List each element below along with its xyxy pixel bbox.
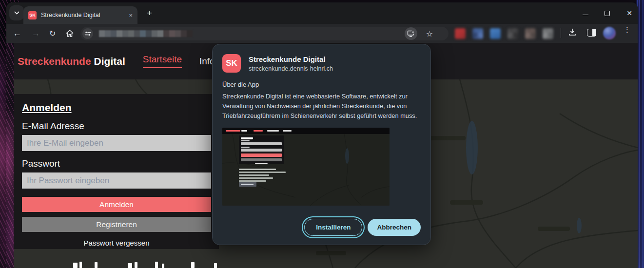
bookmark-star-icon[interactable]: ☆ — [426, 29, 433, 38]
address-bar[interactable]: ☆ — [80, 27, 449, 40]
about-heading: Über die App — [222, 81, 421, 88]
nav-startseite[interactable]: Startseite — [143, 54, 182, 68]
side-panel-button[interactable] — [587, 29, 596, 37]
app-screenshot-thumbnail — [222, 128, 390, 206]
site-settings-icon[interactable] — [82, 28, 93, 39]
tab-search-button[interactable] — [9, 5, 24, 20]
chevron-down-icon — [14, 11, 20, 15]
reload-button[interactable]: ↻ — [49, 30, 56, 38]
browser-window: SK Streckenkunde Digital × + ✕ ← → ↻ — [6, 2, 638, 268]
browser-menu-button[interactable]: ⋮ — [624, 25, 631, 34]
page-left-margin — [6, 43, 14, 268]
brand-part-white: Digital — [94, 56, 125, 67]
login-panel: Anmelden E-Mail Adresse Passwort Anmelde… — [14, 94, 219, 249]
browser-toolbar: ← → ↻ — [6, 24, 638, 43]
login-heading: Anmelden — [22, 102, 211, 114]
brand-part-red: Streckenkunde — [18, 56, 91, 67]
back-button[interactable]: ← — [13, 29, 21, 38]
downloads-button[interactable] — [568, 28, 577, 37]
cancel-button[interactable]: Abbrechen — [368, 219, 421, 236]
password-label: Passwort — [22, 158, 211, 169]
thumbnail-map — [222, 134, 390, 206]
profile-avatar[interactable] — [603, 27, 616, 39]
tab-strip: SK Streckenkunde Digital × + ✕ — [6, 2, 638, 24]
close-window-button[interactable]: ✕ — [626, 10, 633, 17]
home-button[interactable] — [65, 29, 74, 38]
extension-icon[interactable] — [455, 28, 466, 39]
extension-icon[interactable] — [507, 28, 518, 39]
extension-icon[interactable] — [490, 28, 501, 39]
register-button[interactable]: Registrieren — [22, 217, 211, 232]
install-button[interactable]: Installieren — [304, 219, 362, 236]
extension-icons-redacted[interactable] — [455, 28, 553, 39]
thumbnail-header — [222, 128, 390, 134]
app-name: Streckenkunde Digital — [249, 55, 333, 63]
extension-icon[interactable] — [525, 28, 536, 39]
dialog-actions: Installieren Abbrechen — [304, 219, 421, 236]
login-button[interactable]: Anmelden — [22, 197, 211, 212]
new-tab-button[interactable]: + — [147, 8, 152, 18]
email-field[interactable] — [22, 135, 211, 151]
page-viewport: StreckenkundeDigital Startseite Informat… — [6, 43, 638, 268]
password-field[interactable] — [22, 172, 211, 189]
install-app-icon[interactable] — [405, 27, 417, 40]
toolbar-divider — [561, 28, 561, 38]
forgot-password-link[interactable]: Passwort vergessen — [22, 239, 211, 247]
install-app-dialog: SK Streckenkunde Digital streckenkunde.d… — [212, 44, 431, 245]
minimize-button[interactable] — [583, 15, 588, 15]
tab-title: Streckenkunde Digital — [41, 12, 126, 19]
extension-icon[interactable] — [543, 28, 553, 39]
site-favicon: SK — [28, 11, 37, 19]
app-description: Streckenkunde Digital ist eine webbasier… — [222, 92, 421, 121]
thumbnail-button — [239, 182, 256, 187]
desktop: SK Streckenkunde Digital × + ✕ ← → ↻ — [0, 0, 644, 268]
thumbnail-text-lines — [239, 167, 286, 182]
dialog-header: SK Streckenkunde Digital streckenkunde.d… — [222, 54, 421, 73]
close-tab-icon[interactable]: × — [129, 12, 133, 19]
site-brand: StreckenkundeDigital — [18, 56, 125, 67]
email-label: E-Mail Adresse — [22, 121, 211, 132]
clipped-heading-fragments — [73, 262, 217, 268]
browser-tab-active[interactable]: SK Streckenkunde Digital × — [23, 6, 137, 24]
address-url-redacted — [99, 30, 193, 37]
thumbnail-login-form — [239, 135, 284, 164]
app-icon: SK — [222, 54, 241, 73]
extension-icon[interactable] — [472, 28, 483, 39]
forward-button: → — [32, 29, 40, 38]
maximize-button[interactable] — [605, 11, 610, 16]
app-origin: streckenkunde.dennis-heinri.ch — [249, 65, 333, 72]
window-controls: ✕ — [583, 2, 633, 24]
